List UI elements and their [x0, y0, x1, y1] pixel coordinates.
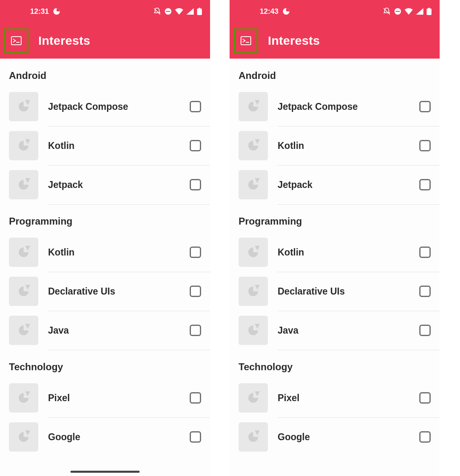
item-label: Jetpack Compose: [38, 101, 190, 112]
item-checkbox[interactable]: [190, 101, 201, 112]
item-label: Jetpack: [38, 179, 190, 190]
app-title: Interests: [268, 34, 320, 48]
svg-rect-11: [396, 11, 400, 12]
list-item[interactable]: Kotlin: [230, 126, 440, 165]
list-item[interactable]: Google: [0, 417, 210, 456]
app-indicator-icon: [53, 8, 60, 15]
content-list[interactable]: Android Jetpack Compose Kotlin Jetpack: [0, 59, 210, 476]
item-checkbox[interactable]: [190, 247, 201, 258]
item-thumb-icon: [9, 92, 38, 121]
item-thumb-icon: [239, 383, 268, 413]
list-item[interactable]: Java: [230, 311, 440, 350]
item-checkbox[interactable]: [419, 140, 431, 151]
item-label: Declarative UIs: [268, 286, 419, 297]
item-checkbox[interactable]: [419, 247, 431, 258]
item-thumb-icon: [9, 422, 38, 452]
item-label: Kotlin: [268, 140, 419, 151]
item-checkbox[interactable]: [190, 286, 201, 297]
dnd-icon: [153, 7, 161, 15]
minus-circle-icon: [394, 8, 401, 15]
status-time: 12:31: [30, 7, 49, 16]
svg-rect-4: [197, 9, 202, 15]
item-checkbox[interactable]: [190, 140, 201, 151]
item-thumb-icon: [9, 316, 38, 345]
nav-drawer-button[interactable]: [4, 28, 28, 53]
item-thumb-icon: [239, 316, 268, 345]
status-bar: 12:43: [230, 0, 440, 23]
section-header-technology: Technology: [230, 350, 440, 378]
item-label: Declarative UIs: [38, 286, 190, 297]
item-checkbox[interactable]: [419, 101, 431, 112]
list-item[interactable]: Declarative UIs: [0, 272, 210, 311]
svg-rect-6: [11, 37, 21, 45]
item-checkbox[interactable]: [190, 179, 201, 190]
section-technology: Pixel Google: [0, 378, 210, 456]
wifi-icon: [405, 8, 413, 15]
item-checkbox[interactable]: [190, 392, 201, 404]
item-label: Jetpack: [268, 179, 419, 190]
item-checkbox[interactable]: [419, 179, 431, 190]
status-bar: 12:31: [0, 0, 210, 23]
battery-icon: [197, 8, 202, 15]
item-thumb-icon: [9, 277, 38, 306]
list-item[interactable]: Pixel: [0, 378, 210, 417]
section-programming: Kotlin Declarative UIs Java: [0, 233, 210, 350]
item-thumb-icon: [239, 422, 268, 452]
section-header-programming: Programming: [0, 204, 210, 233]
item-thumb-icon: [9, 170, 38, 199]
list-item[interactable]: Jetpack: [230, 165, 440, 204]
list-item[interactable]: Declarative UIs: [230, 272, 440, 311]
section-header-programming: Programming: [230, 204, 440, 233]
item-checkbox[interactable]: [190, 431, 201, 443]
item-checkbox[interactable]: [419, 286, 431, 297]
item-thumb-icon: [239, 170, 268, 199]
item-label: Jetpack Compose: [268, 101, 419, 112]
item-label: Java: [268, 325, 419, 336]
section-header-android: Android: [230, 59, 440, 87]
list-item[interactable]: Kotlin: [230, 233, 440, 272]
item-checkbox[interactable]: [419, 431, 431, 443]
content-list[interactable]: Android Jetpack Compose Kotlin Jetpack: [230, 59, 440, 476]
minus-circle-icon: [164, 8, 172, 15]
phone-left: 12:31: [0, 0, 210, 476]
item-label: Kotlin: [38, 140, 190, 151]
dnd-icon: [383, 7, 391, 15]
item-checkbox[interactable]: [190, 325, 201, 336]
svg-rect-14: [241, 37, 251, 45]
list-item[interactable]: Google: [230, 417, 440, 456]
list-item[interactable]: Kotlin: [0, 126, 210, 165]
home-indicator[interactable]: [70, 471, 140, 473]
section-programming: Kotlin Declarative UIs Java: [230, 233, 440, 350]
battery-icon: [427, 8, 432, 15]
item-checkbox[interactable]: [419, 392, 431, 404]
nav-drawer-button[interactable]: [234, 28, 258, 53]
svg-rect-13: [428, 8, 430, 9]
item-checkbox[interactable]: [419, 325, 431, 336]
list-item[interactable]: Java: [0, 311, 210, 350]
item-label: Google: [38, 432, 190, 443]
list-item[interactable]: Pixel: [230, 378, 440, 417]
signal-icon: [416, 8, 423, 15]
app-indicator-icon: [283, 8, 290, 15]
section-header-technology: Technology: [0, 350, 210, 378]
signal-icon: [186, 8, 194, 15]
item-thumb-icon: [239, 92, 268, 121]
item-label: Kotlin: [38, 247, 190, 258]
list-item[interactable]: Jetpack Compose: [0, 87, 210, 126]
svg-rect-3: [166, 11, 170, 12]
list-item[interactable]: Jetpack: [0, 165, 210, 204]
status-time: 12:43: [260, 7, 278, 16]
app-bar: Interests: [230, 23, 440, 59]
svg-rect-12: [427, 9, 432, 15]
item-thumb-icon: [9, 238, 38, 267]
svg-rect-5: [199, 8, 200, 9]
list-item[interactable]: Jetpack Compose: [230, 87, 440, 126]
list-item[interactable]: Kotlin: [0, 233, 210, 272]
item-thumb-icon: [239, 131, 268, 160]
item-label: Pixel: [38, 393, 190, 404]
wifi-icon: [175, 8, 183, 15]
item-thumb-icon: [239, 277, 268, 306]
section-android: Jetpack Compose Kotlin Jetpack: [0, 87, 210, 204]
item-thumb-icon: [9, 131, 38, 160]
item-thumb-icon: [239, 238, 268, 267]
